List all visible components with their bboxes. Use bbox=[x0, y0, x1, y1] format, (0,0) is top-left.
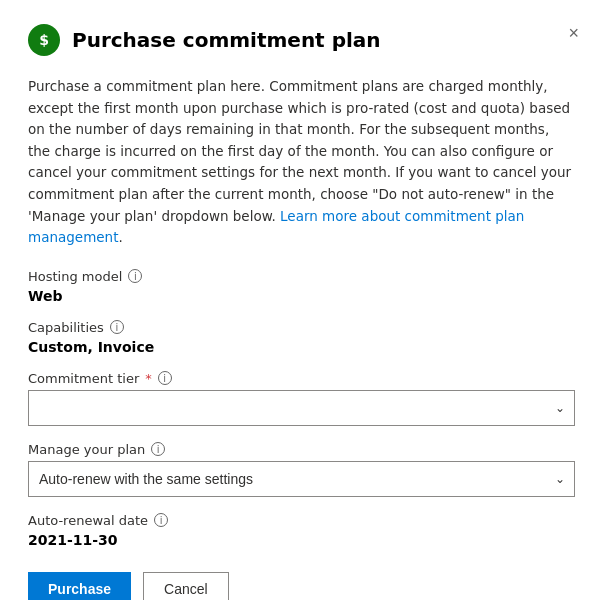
commitment-tier-dropdown[interactable] bbox=[28, 390, 575, 426]
capabilities-field: Capabilities i Custom, Invoice bbox=[28, 320, 575, 355]
manage-plan-field: Manage your plan i Auto-renew with the s… bbox=[28, 442, 575, 497]
auto-renewal-date-field: Auto-renewal date i 2021-11-30 bbox=[28, 513, 575, 548]
auto-renewal-date-info-icon[interactable]: i bbox=[154, 513, 168, 527]
manage-plan-info-icon[interactable]: i bbox=[151, 442, 165, 456]
purchase-commitment-dialog: $ Purchase commitment plan × Purchase a … bbox=[0, 0, 603, 600]
hosting-model-label: Hosting model i bbox=[28, 269, 575, 284]
hosting-model-field: Hosting model i Web bbox=[28, 269, 575, 304]
auto-renewal-date-value: 2021-11-30 bbox=[28, 532, 575, 548]
manage-plan-dropdown[interactable]: Auto-renew with the same settings Do not… bbox=[28, 461, 575, 497]
capabilities-label: Capabilities i bbox=[28, 320, 575, 335]
button-row: Purchase Cancel bbox=[28, 572, 575, 600]
auto-renewal-date-label: Auto-renewal date i bbox=[28, 513, 575, 528]
commitment-tier-dropdown-wrapper: ⌄ bbox=[28, 390, 575, 426]
description-body: Purchase a commitment plan here. Commitm… bbox=[28, 78, 571, 224]
purchase-button[interactable]: Purchase bbox=[28, 572, 131, 600]
app-icon-label: $ bbox=[39, 32, 49, 48]
dialog-header: $ Purchase commitment plan × bbox=[28, 24, 575, 56]
required-marker: * bbox=[145, 371, 152, 386]
commitment-tier-field: Commitment tier * i ⌄ bbox=[28, 371, 575, 426]
hosting-model-info-icon[interactable]: i bbox=[128, 269, 142, 283]
close-button[interactable]: × bbox=[564, 20, 583, 46]
dialog-title: Purchase commitment plan bbox=[72, 28, 575, 52]
description-text: Purchase a commitment plan here. Commitm… bbox=[28, 76, 575, 249]
capabilities-value: Custom, Invoice bbox=[28, 339, 575, 355]
capabilities-info-icon[interactable]: i bbox=[110, 320, 124, 334]
commitment-tier-label: Commitment tier * i bbox=[28, 371, 575, 386]
cancel-button[interactable]: Cancel bbox=[143, 572, 229, 600]
manage-plan-label: Manage your plan i bbox=[28, 442, 575, 457]
app-icon: $ bbox=[28, 24, 60, 56]
manage-plan-dropdown-wrapper: Auto-renew with the same settings Do not… bbox=[28, 461, 575, 497]
hosting-model-value: Web bbox=[28, 288, 575, 304]
commitment-tier-info-icon[interactable]: i bbox=[158, 371, 172, 385]
